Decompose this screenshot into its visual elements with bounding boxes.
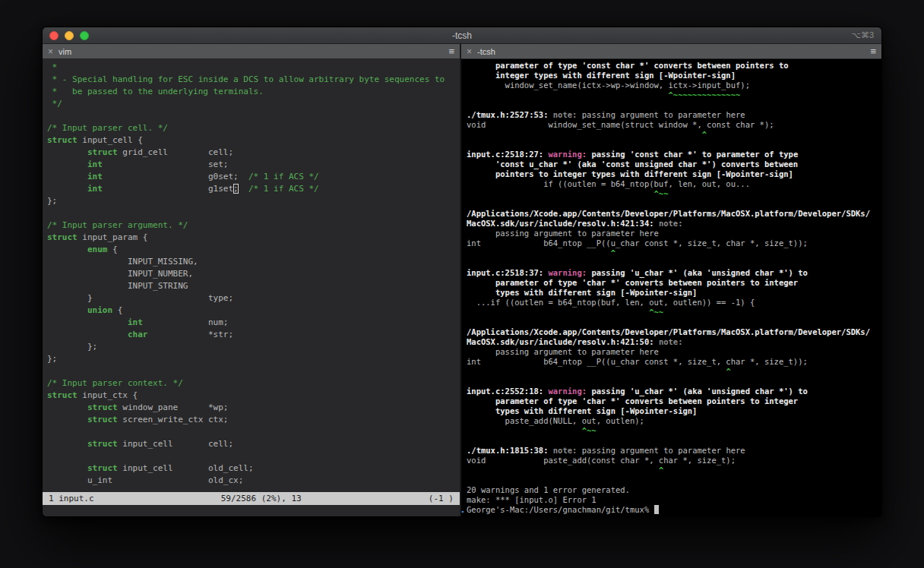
code-line: struct grid_cell cell;	[47, 147, 460, 159]
terminal-line: parameter of type 'char *' converts betw…	[467, 396, 881, 406]
terminal-line: input.c:2518:27: warning: passing 'const…	[467, 150, 881, 159]
code-line: struct input_cell {	[47, 134, 460, 147]
code-line: * be passed to the underlying terminals.	[47, 86, 460, 98]
code-line: /* Input parser argument. */	[47, 219, 460, 232]
titlebar[interactable]: -tcsh ⌥⌘3	[43, 27, 881, 44]
code-line: /* Input parser context. */	[47, 377, 460, 390]
terminal-line: parameter of type 'char *' converts betw…	[467, 278, 881, 288]
terminal-content[interactable]: parameter of type 'const char *' convert…	[461, 59, 881, 516]
code-line: };	[47, 195, 460, 207]
shell-pane-titlebar[interactable]: × -tcsh ≡	[461, 44, 881, 59]
code-line	[47, 426, 460, 438]
terminal-line: 'const u_char *' (aka 'const unsigned ch…	[467, 159, 881, 169]
terminal-line: passing argument to parameter here	[467, 229, 881, 238]
statusline-buffer-name: 1 input.c	[49, 492, 94, 505]
terminal-line: ▸George's-Mac:/Users/gnachman/git/tmux%	[467, 505, 881, 515]
terminal-line: window_set_name(ictx->wp->window, ictx->…	[467, 80, 881, 90]
code-line: int g1set; /* 1 if ACS */	[47, 183, 460, 195]
code-line: struct input_cell cell;	[47, 438, 460, 450]
vim-pane: × vim ≡ * * - Special handling for ESC i…	[43, 44, 460, 516]
window-shortcut-hint: ⌥⌘3	[851, 30, 874, 40]
code-line	[47, 450, 460, 462]
terminal-line: /Applications/Xcode.app/Contents/Develop…	[467, 327, 881, 337]
terminal-line: 20 warnings and 1 error generated.	[467, 485, 881, 495]
terminal-line: make: *** [input.o] Error 1	[467, 495, 881, 505]
terminal-line	[467, 258, 881, 268]
terminal-line: void paste_add(const char *, char *, siz…	[467, 456, 881, 465]
split-panes: × vim ≡ * * - Special handling for ESC i…	[43, 44, 881, 516]
terminal-line: ^~~	[467, 189, 881, 199]
code-line: /* Input parser cell. */	[47, 122, 460, 134]
code-line: INPUT_STRING	[47, 280, 460, 292]
vim-pane-title: vim	[59, 47, 71, 56]
code-line: INPUT_MISSING,	[47, 256, 460, 268]
terminal-line: types with different sign [-Wpointer-sig…	[467, 406, 881, 416]
code-line: };	[47, 341, 460, 353]
hamburger-menu-icon[interactable]: ≡	[870, 46, 876, 56]
vim-pane-titlebar[interactable]: × vim ≡	[43, 44, 460, 59]
terminal-line: ^	[467, 367, 881, 377]
statusline-cursor-position: 59/2586 (2%), 13	[221, 492, 302, 505]
terminal-line: ^~~	[467, 308, 881, 317]
terminal-line: ...if ((outlen = b64_ntop(buf, len, out,…	[467, 298, 881, 308]
terminal-line: ^	[467, 130, 881, 140]
vim-command-line	[43, 505, 460, 516]
code-line: */	[47, 98, 460, 110]
terminal-line: if ((outlen = b64_ntop(buf, len, out, ou…	[467, 179, 881, 189]
terminal-line: passing argument to parameter here	[467, 347, 881, 357]
terminal-line: integer types with different sign [-Wpoi…	[467, 71, 881, 80]
terminal-line: input.c:2518:37: warning: passing 'u_cha…	[467, 268, 881, 278]
zoom-window-button[interactable]	[80, 31, 89, 40]
code-line: int set;	[47, 159, 460, 171]
terminal-line: ^	[467, 465, 881, 475]
terminal-line	[467, 100, 881, 110]
window-title: -tcsh	[452, 30, 472, 41]
terminal-line: parameter of type 'const char *' convert…	[467, 61, 881, 71]
terminal-line: ./tmux.h:2527:53: note: passing argument…	[467, 110, 881, 120]
terminal-line	[467, 140, 881, 150]
code-line	[47, 110, 460, 122]
code-line: struct input_param {	[47, 232, 460, 244]
terminal-line: pointers to integer types with different…	[467, 169, 881, 179]
shell-pane-title: -tcsh	[477, 47, 495, 56]
terminal-line	[467, 475, 881, 485]
terminal-line: MacOSX.sdk/usr/include/resolv.h:421:50: …	[467, 337, 881, 347]
minimize-window-button[interactable]	[65, 31, 74, 40]
close-window-button[interactable]	[49, 31, 59, 40]
code-line: };	[47, 353, 460, 365]
hamburger-menu-icon[interactable]: ≡	[448, 46, 454, 56]
statusline-right-value: (-1 )	[429, 492, 454, 505]
terminal-line: int b64_ntop __P((u_char const *, size_t…	[467, 357, 881, 367]
traffic-lights	[49, 31, 89, 40]
code-line: enum {	[47, 244, 460, 256]
terminal-line: types with different sign [-Wpointer-sig…	[467, 288, 881, 298]
terminal-line	[467, 199, 881, 209]
terminal-line: ^~~	[467, 426, 881, 436]
terminal-line: ^~~~~~~~~~~~~~~	[467, 90, 881, 100]
terminal-window: -tcsh ⌥⌘3 × vim ≡ * * - Special handling…	[42, 27, 882, 517]
code-line: int g0set; /* 1 if ACS */	[47, 171, 460, 183]
terminal-line: MacOSX.sdk/usr/include/resolv.h:421:34: …	[467, 219, 881, 229]
terminal-line: void window_set_name(struct window *, co…	[467, 120, 881, 130]
terminal-line	[467, 377, 881, 387]
code-line	[47, 365, 460, 377]
code-line: } type;	[47, 292, 460, 305]
code-line: int num;	[47, 317, 460, 329]
terminal-line: ^	[467, 248, 881, 258]
terminal-line: ./tmux.h:1815:38: note: passing argument…	[467, 446, 881, 456]
vim-editor-content[interactable]: * * - Special handling for ESC inside a …	[43, 59, 460, 492]
vim-statusline: 1 input.c 59/2586 (2%), 13 (-1 )	[43, 492, 460, 505]
code-line: struct window_pane *wp;	[47, 402, 460, 414]
code-line: *	[47, 62, 460, 74]
code-line: * - Special handling for ESC inside a DC…	[47, 74, 460, 86]
close-pane-icon[interactable]: ×	[48, 47, 53, 56]
code-line: struct input_cell old_cell;	[47, 462, 460, 475]
code-line: struct screen_write_ctx ctx;	[47, 414, 460, 426]
code-line: u_int old_cx;	[47, 475, 460, 487]
code-line: struct input_ctx {	[47, 390, 460, 402]
code-line	[47, 207, 460, 219]
terminal-line	[467, 317, 881, 327]
close-pane-icon[interactable]: ×	[467, 47, 472, 56]
terminal-line: input.c:2552:18: warning: passing 'u_cha…	[467, 387, 881, 396]
shell-pane: × -tcsh ≡ parameter of type 'const char …	[461, 44, 881, 516]
